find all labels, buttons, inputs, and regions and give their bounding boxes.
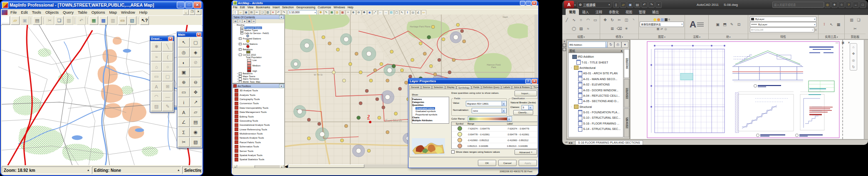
ellipse-tool-icon[interactable]: ○ — [162, 62, 173, 71]
save-icon[interactable]: ▣ — [244, 10, 249, 15]
collapse-icon[interactable]: ▴ — [621, 49, 622, 52]
close-button[interactable]: ✕ — [532, 1, 537, 5]
toolbox-item[interactable]: Server Tools — [233, 149, 284, 153]
text-icon[interactable]: A — [690, 20, 696, 29]
hatch-icon[interactable]: ▨ — [578, 26, 584, 32]
zoom-icon[interactable]: ◎ — [852, 59, 855, 62]
copy-clip-icon[interactable]: ❏ — [856, 17, 862, 23]
catalog-icon[interactable]: ▨ — [335, 10, 340, 15]
linetype-combo[interactable]: ByLayer ▾ — [750, 22, 816, 27]
layers-panel-label[interactable]: 图层 — [658, 34, 665, 39]
select-features-icon[interactable]: ▧ — [389, 10, 394, 15]
measure-icon[interactable]: ⟟ — [821, 22, 828, 27]
show-list-item[interactable]: Graduated colors — [412, 107, 449, 110]
draw-panel-label[interactable]: 绘图 — [577, 34, 585, 39]
class-row[interactable]: -7.626374 - -3.694779 -7.626374 - -3.694… — [452, 126, 537, 132]
open-icon[interactable]: ▱ — [238, 10, 243, 15]
show-list-item[interactable]: Multiple Attributes — [412, 119, 449, 122]
forward-extent-icon[interactable]: → — [383, 10, 388, 15]
clipboard-panel-label[interactable]: 剪贴板 — [851, 34, 859, 39]
symbol-column-header[interactable]: Symbol — [452, 122, 467, 125]
mirror-icon[interactable]: ◫ — [623, 17, 630, 23]
toolbox-item[interactable]: Geocoding Tools — [233, 119, 284, 123]
menu-item[interactable]: Window — [119, 10, 137, 15]
material-combo[interactable]: BYCOLOR ▾ — [750, 27, 814, 32]
arcmap-titlebar[interactable]: ArcMap - ArcInfo _ □ ✕ — [232, 0, 538, 5]
show-list-item[interactable]: Quantities — [412, 104, 449, 107]
symbol-tool-icon[interactable]: ✱ — [151, 42, 162, 51]
new-mapper-icon[interactable]: ▩ — [99, 16, 108, 25]
dialog-tab[interactable]: Source — [421, 85, 432, 89]
close-icon[interactable]: ✕ — [196, 32, 201, 37]
toolbox-item[interactable]: Schematics Tools — [233, 144, 284, 149]
expander-icon[interactable]: - — [571, 105, 574, 108]
delete-icon[interactable]: ✕ — [271, 10, 276, 15]
ssm-side-tab[interactable]: 图纸视图 — [624, 79, 629, 108]
classify-button[interactable]: Classify... — [513, 110, 533, 115]
add-node-tool-icon[interactable]: — — [162, 92, 173, 101]
toolbox-item[interactable]: Parcel Fabric Tools — [233, 140, 284, 144]
toolbox-item[interactable]: Analysis Tools — [233, 93, 284, 97]
menu-item[interactable]: Customize — [317, 6, 332, 9]
status-zoom[interactable]: Zoom: 18.92 km ▴ — [2, 166, 91, 174]
color-ramp-combo[interactable]: ▾ — [468, 116, 512, 122]
autocad-app-icon[interactable]: A — [564, 1, 574, 8]
full-nav-icon[interactable]: ⌂ — [853, 45, 855, 49]
toolbox-item[interactable]: Cartography Tools — [233, 97, 284, 101]
drag-map-icon[interactable]: ▱ — [190, 108, 202, 117]
new-table-icon[interactable]: ▯ — [1, 16, 10, 25]
child-minimize-button[interactable]: _ — [183, 10, 189, 15]
measure-icon[interactable]: ∠ — [416, 10, 421, 15]
qat-dropdown-icon[interactable]: ▾ — [655, 2, 662, 8]
close-icon[interactable]: ✕ — [279, 84, 284, 88]
close-icon[interactable]: ✕ — [532, 79, 537, 84]
layer-isolate-icon[interactable]: ◎ — [664, 27, 667, 31]
child-restore-button[interactable]: ❐ — [189, 10, 195, 15]
layer-checkbox[interactable] — [239, 81, 242, 83]
zoom-out-icon[interactable]: ⊖ — [190, 78, 202, 87]
find-icon[interactable]: ◎ — [411, 10, 415, 15]
sheet-tree-item[interactable]: S-01 - FOUNDATION PLA... — [569, 110, 623, 115]
undo-icon[interactable]: ↶ — [276, 10, 281, 15]
layer-lock-icon[interactable] — [661, 18, 664, 21]
show-list-item[interactable]: Charts — [412, 116, 449, 119]
dialog-tab[interactable]: Fields — [472, 85, 481, 89]
pen-style-icon[interactable]: ✎ — [162, 102, 173, 111]
ssm-side-tab[interactable]: 模型视图 — [624, 108, 629, 137]
print-icon[interactable]: ▤ — [249, 10, 254, 15]
next-tab-icon[interactable]: ▶ — [571, 141, 573, 144]
menu-item[interactable]: Geoprocessing — [295, 6, 317, 9]
menu-item[interactable]: Windows — [332, 6, 346, 9]
toolbox-item[interactable]: Multidimension Tools — [233, 132, 284, 136]
layout-tab[interactable]: S-16 FLOOR FRAMING PLAN AND SECTIONS — [575, 140, 643, 145]
classes-combo[interactable]: 5▾ — [522, 105, 533, 110]
new-layout-icon[interactable]: ▭ — [118, 16, 127, 25]
print-icon[interactable]: ▤ — [33, 16, 42, 25]
undo-icon[interactable]: ↶ — [641, 2, 648, 8]
polyline-tool-icon[interactable]: ≈ — [151, 52, 162, 61]
change-view-icon[interactable]: ▭ — [178, 88, 190, 97]
sheet-tree-item[interactable]: T-01 - TITLE SHEET — [569, 59, 623, 65]
range-column-header[interactable]: Range — [467, 122, 507, 125]
menu-item[interactable]: Insert — [271, 6, 281, 9]
viewport-controls[interactable]: — ▣ ✕ — [836, 41, 851, 44]
hotlink-tool-icon[interactable]: ↗ — [190, 98, 202, 107]
add-data-icon[interactable]: ✚ — [319, 10, 324, 15]
sheet-tree-item[interactable]: AS-01 - ARCH SITE PLAN — [569, 71, 623, 76]
new-browser-icon[interactable]: ▦ — [89, 16, 98, 25]
menu-item[interactable]: Edit — [19, 10, 30, 15]
sheet-tree-item[interactable]: - Architectural — [569, 65, 623, 71]
layer-checkbox[interactable] — [239, 48, 242, 51]
ribbon-tab[interactable]: 常用 — [566, 9, 579, 15]
arctoolbox-header[interactable]: ArcToolbox ✕ — [232, 84, 284, 88]
autocad-titlebar[interactable]: A ▾ ⚙ 三维建模 ▾ ▯ ▱ ▣ ▤ ↶ ↷ ▾ AutoCAD 2011 … — [562, 0, 868, 9]
save-icon[interactable]: ▣ — [627, 2, 633, 8]
rotate-icon[interactable]: ↻ — [609, 17, 616, 23]
redo-icon[interactable]: ↷ — [282, 10, 287, 15]
expander-icon[interactable]: - — [571, 66, 574, 69]
sheet-tree-item[interactable]: S-16 - FLOOR FRAMING ... — [569, 121, 623, 126]
arc-icon[interactable]: ◠ — [585, 17, 591, 23]
fillet-icon[interactable]: ◝ — [631, 17, 637, 23]
menu-item[interactable]: Map — [107, 10, 119, 15]
label-column-header[interactable]: Label — [507, 122, 537, 125]
